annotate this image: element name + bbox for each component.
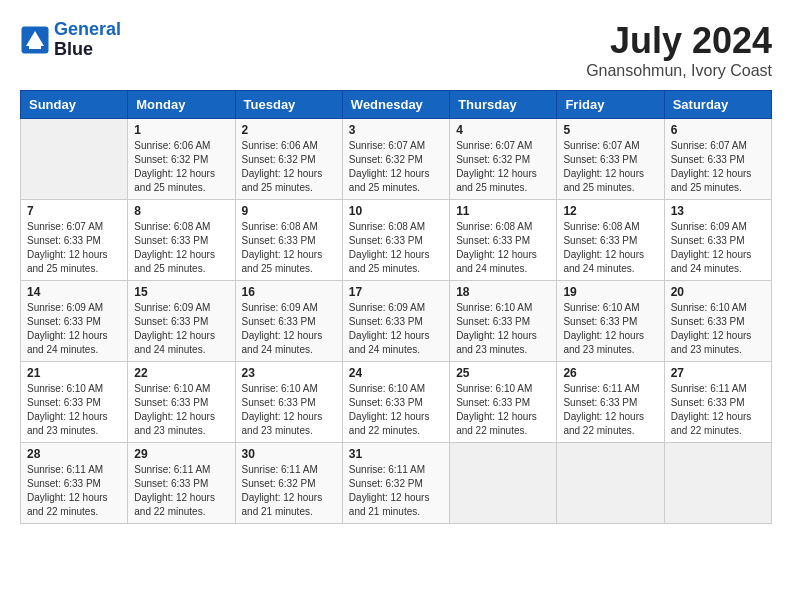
day-cell: 15Sunrise: 6:09 AMSunset: 6:33 PMDayligh… <box>128 281 235 362</box>
day-number: 6 <box>671 123 765 137</box>
day-info: Sunrise: 6:07 AMSunset: 6:33 PMDaylight:… <box>27 220 121 276</box>
day-info: Sunrise: 6:09 AMSunset: 6:33 PMDaylight:… <box>27 301 121 357</box>
day-cell <box>664 443 771 524</box>
day-cell: 2Sunrise: 6:06 AMSunset: 6:32 PMDaylight… <box>235 119 342 200</box>
day-cell: 31Sunrise: 6:11 AMSunset: 6:32 PMDayligh… <box>342 443 449 524</box>
day-cell: 22Sunrise: 6:10 AMSunset: 6:33 PMDayligh… <box>128 362 235 443</box>
day-number: 21 <box>27 366 121 380</box>
day-number: 9 <box>242 204 336 218</box>
day-info: Sunrise: 6:10 AMSunset: 6:33 PMDaylight:… <box>456 382 550 438</box>
day-info: Sunrise: 6:09 AMSunset: 6:33 PMDaylight:… <box>671 220 765 276</box>
logo-text: GeneralBlue <box>54 20 121 60</box>
day-cell <box>557 443 664 524</box>
day-cell: 12Sunrise: 6:08 AMSunset: 6:33 PMDayligh… <box>557 200 664 281</box>
month-year-title: July 2024 <box>586 20 772 62</box>
day-cell <box>450 443 557 524</box>
day-cell: 4Sunrise: 6:07 AMSunset: 6:32 PMDaylight… <box>450 119 557 200</box>
day-cell <box>21 119 128 200</box>
day-cell: 26Sunrise: 6:11 AMSunset: 6:33 PMDayligh… <box>557 362 664 443</box>
day-info: Sunrise: 6:10 AMSunset: 6:33 PMDaylight:… <box>134 382 228 438</box>
day-number: 24 <box>349 366 443 380</box>
day-number: 18 <box>456 285 550 299</box>
day-info: Sunrise: 6:07 AMSunset: 6:33 PMDaylight:… <box>671 139 765 195</box>
day-number: 16 <box>242 285 336 299</box>
day-cell: 3Sunrise: 6:07 AMSunset: 6:32 PMDaylight… <box>342 119 449 200</box>
day-number: 12 <box>563 204 657 218</box>
day-number: 22 <box>134 366 228 380</box>
day-cell: 18Sunrise: 6:10 AMSunset: 6:33 PMDayligh… <box>450 281 557 362</box>
day-info: Sunrise: 6:07 AMSunset: 6:33 PMDaylight:… <box>563 139 657 195</box>
day-info: Sunrise: 6:07 AMSunset: 6:32 PMDaylight:… <box>456 139 550 195</box>
week-row-3: 14Sunrise: 6:09 AMSunset: 6:33 PMDayligh… <box>21 281 772 362</box>
day-info: Sunrise: 6:10 AMSunset: 6:33 PMDaylight:… <box>27 382 121 438</box>
day-info: Sunrise: 6:06 AMSunset: 6:32 PMDaylight:… <box>242 139 336 195</box>
day-cell: 14Sunrise: 6:09 AMSunset: 6:33 PMDayligh… <box>21 281 128 362</box>
day-cell: 1Sunrise: 6:06 AMSunset: 6:32 PMDaylight… <box>128 119 235 200</box>
day-cell: 5Sunrise: 6:07 AMSunset: 6:33 PMDaylight… <box>557 119 664 200</box>
day-info: Sunrise: 6:10 AMSunset: 6:33 PMDaylight:… <box>456 301 550 357</box>
day-info: Sunrise: 6:07 AMSunset: 6:32 PMDaylight:… <box>349 139 443 195</box>
day-cell: 20Sunrise: 6:10 AMSunset: 6:33 PMDayligh… <box>664 281 771 362</box>
day-info: Sunrise: 6:11 AMSunset: 6:33 PMDaylight:… <box>563 382 657 438</box>
day-number: 23 <box>242 366 336 380</box>
day-info: Sunrise: 6:08 AMSunset: 6:33 PMDaylight:… <box>349 220 443 276</box>
day-info: Sunrise: 6:08 AMSunset: 6:33 PMDaylight:… <box>242 220 336 276</box>
day-cell: 10Sunrise: 6:08 AMSunset: 6:33 PMDayligh… <box>342 200 449 281</box>
day-cell: 25Sunrise: 6:10 AMSunset: 6:33 PMDayligh… <box>450 362 557 443</box>
day-cell: 29Sunrise: 6:11 AMSunset: 6:33 PMDayligh… <box>128 443 235 524</box>
logo: GeneralBlue <box>20 20 121 60</box>
day-number: 20 <box>671 285 765 299</box>
day-number: 27 <box>671 366 765 380</box>
day-cell: 21Sunrise: 6:10 AMSunset: 6:33 PMDayligh… <box>21 362 128 443</box>
day-number: 14 <box>27 285 121 299</box>
day-info: Sunrise: 6:11 AMSunset: 6:33 PMDaylight:… <box>671 382 765 438</box>
logo-icon <box>20 25 50 55</box>
weekday-header-monday: Monday <box>128 91 235 119</box>
weekday-header-thursday: Thursday <box>450 91 557 119</box>
day-cell: 13Sunrise: 6:09 AMSunset: 6:33 PMDayligh… <box>664 200 771 281</box>
day-number: 29 <box>134 447 228 461</box>
week-row-2: 7Sunrise: 6:07 AMSunset: 6:33 PMDaylight… <box>21 200 772 281</box>
page-header: GeneralBlue July 2024 Gnansohmun, Ivory … <box>20 20 772 80</box>
day-cell: 8Sunrise: 6:08 AMSunset: 6:33 PMDaylight… <box>128 200 235 281</box>
day-info: Sunrise: 6:08 AMSunset: 6:33 PMDaylight:… <box>134 220 228 276</box>
title-block: July 2024 Gnansohmun, Ivory Coast <box>586 20 772 80</box>
day-info: Sunrise: 6:11 AMSunset: 6:32 PMDaylight:… <box>242 463 336 519</box>
day-info: Sunrise: 6:10 AMSunset: 6:33 PMDaylight:… <box>671 301 765 357</box>
day-info: Sunrise: 6:10 AMSunset: 6:33 PMDaylight:… <box>349 382 443 438</box>
weekday-header-row: SundayMondayTuesdayWednesdayThursdayFrid… <box>21 91 772 119</box>
location-subtitle: Gnansohmun, Ivory Coast <box>586 62 772 80</box>
day-info: Sunrise: 6:11 AMSunset: 6:32 PMDaylight:… <box>349 463 443 519</box>
day-cell: 23Sunrise: 6:10 AMSunset: 6:33 PMDayligh… <box>235 362 342 443</box>
day-info: Sunrise: 6:08 AMSunset: 6:33 PMDaylight:… <box>456 220 550 276</box>
day-number: 1 <box>134 123 228 137</box>
day-info: Sunrise: 6:06 AMSunset: 6:32 PMDaylight:… <box>134 139 228 195</box>
day-number: 31 <box>349 447 443 461</box>
day-cell: 27Sunrise: 6:11 AMSunset: 6:33 PMDayligh… <box>664 362 771 443</box>
day-number: 19 <box>563 285 657 299</box>
day-number: 8 <box>134 204 228 218</box>
day-cell: 11Sunrise: 6:08 AMSunset: 6:33 PMDayligh… <box>450 200 557 281</box>
day-number: 2 <box>242 123 336 137</box>
week-row-5: 28Sunrise: 6:11 AMSunset: 6:33 PMDayligh… <box>21 443 772 524</box>
day-number: 25 <box>456 366 550 380</box>
day-number: 11 <box>456 204 550 218</box>
day-number: 7 <box>27 204 121 218</box>
day-number: 17 <box>349 285 443 299</box>
week-row-4: 21Sunrise: 6:10 AMSunset: 6:33 PMDayligh… <box>21 362 772 443</box>
day-info: Sunrise: 6:08 AMSunset: 6:33 PMDaylight:… <box>563 220 657 276</box>
weekday-header-friday: Friday <box>557 91 664 119</box>
day-number: 4 <box>456 123 550 137</box>
weekday-header-saturday: Saturday <box>664 91 771 119</box>
day-info: Sunrise: 6:11 AMSunset: 6:33 PMDaylight:… <box>27 463 121 519</box>
weekday-header-tuesday: Tuesday <box>235 91 342 119</box>
day-info: Sunrise: 6:09 AMSunset: 6:33 PMDaylight:… <box>349 301 443 357</box>
day-info: Sunrise: 6:10 AMSunset: 6:33 PMDaylight:… <box>242 382 336 438</box>
day-number: 30 <box>242 447 336 461</box>
day-number: 5 <box>563 123 657 137</box>
day-cell: 6Sunrise: 6:07 AMSunset: 6:33 PMDaylight… <box>664 119 771 200</box>
weekday-header-sunday: Sunday <box>21 91 128 119</box>
day-cell: 7Sunrise: 6:07 AMSunset: 6:33 PMDaylight… <box>21 200 128 281</box>
day-number: 3 <box>349 123 443 137</box>
weekday-header-wednesday: Wednesday <box>342 91 449 119</box>
